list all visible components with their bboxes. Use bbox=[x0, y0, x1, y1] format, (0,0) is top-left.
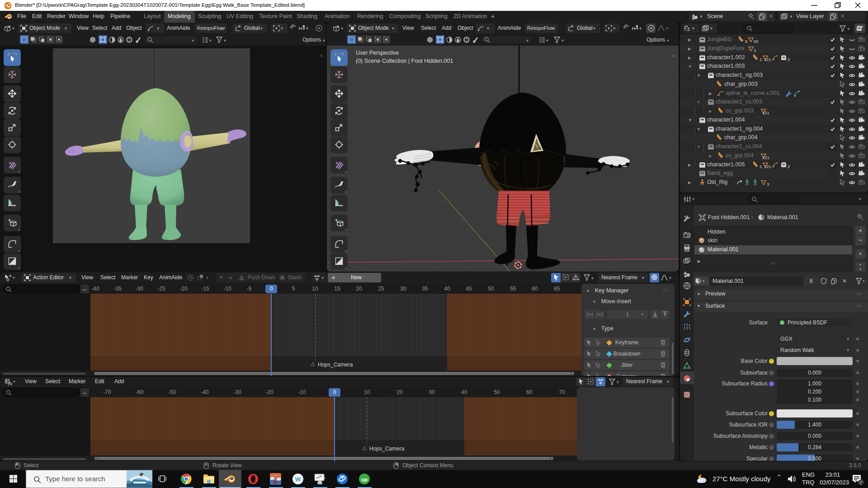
svg-text:up: up bbox=[361, 477, 368, 482]
svg-text:W: W bbox=[295, 476, 301, 483]
svg-text:7: 7 bbox=[859, 480, 862, 485]
